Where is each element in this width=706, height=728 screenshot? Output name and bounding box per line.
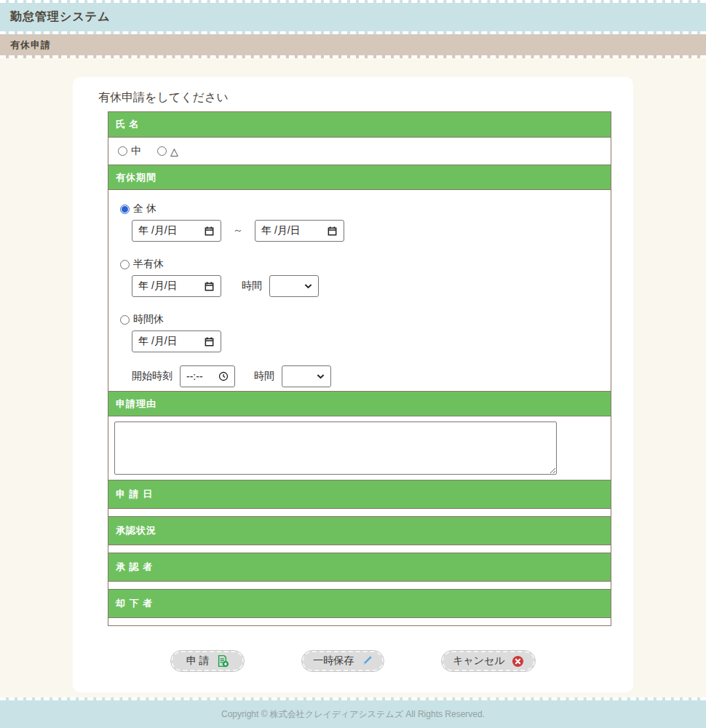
section-header-approver: 承 認 者 — [108, 553, 611, 581]
app-title: 勤怠管理システム — [10, 9, 111, 25]
application-form-table: 氏 名 中 △ 有休期間 全 休 — [108, 111, 611, 626]
name-radio-1[interactable] — [118, 146, 127, 156]
approver-value-row — [108, 581, 611, 589]
half-day-inputs: 年 /月/日 時間 — [132, 275, 611, 297]
copyright-text: Copyright © 株式会社クレイディアシステムズ All Rights R… — [221, 708, 485, 721]
full-day-label: 全 休 — [133, 202, 156, 215]
page-title: 有休申請 — [10, 39, 51, 52]
breadcrumb: 有休申請 — [0, 34, 706, 58]
name-row: 中 △ — [108, 137, 611, 165]
calendar-icon[interactable] — [204, 336, 215, 347]
save-draft-button-label: 一時保存 — [313, 654, 354, 668]
application-card: 有休申請をしてください 氏 名 中 △ 有休期間 全 — [73, 77, 633, 692]
full-day-inputs: 年 /月/日 ～ 年 /月/日 — [132, 220, 611, 242]
name-option-1-label: 中 — [131, 145, 141, 158]
date-placeholder: 年 /月/日 — [138, 280, 178, 293]
section-header-reason: 申請理由 — [108, 391, 611, 416]
start-time-label: 開始時刻 — [132, 370, 172, 383]
approval-status-value-row — [108, 545, 611, 553]
name-option-2-label: △ — [170, 146, 178, 157]
reason-textarea[interactable] — [114, 422, 557, 475]
name-option-1[interactable]: 中 — [118, 145, 141, 158]
name-radio-2[interactable] — [157, 146, 167, 156]
full-day-radio[interactable] — [120, 205, 130, 214]
hourly-radio[interactable] — [120, 315, 130, 325]
date-range-separator: ～ — [233, 224, 243, 237]
cancel-circle-icon — [512, 655, 524, 668]
calendar-icon[interactable] — [204, 226, 215, 237]
section-header-period: 有休期間 — [108, 165, 611, 189]
time-placeholder: --:-- — [186, 371, 203, 382]
app-header: 勤怠管理システム — [0, 0, 706, 34]
pencil-icon — [360, 655, 373, 668]
section-header-rejecter: 却 下 者 — [108, 589, 611, 617]
chevron-down-icon — [304, 283, 312, 289]
reason-cell — [108, 416, 611, 480]
form-heading: 有休申請をしてください — [98, 90, 633, 106]
half-day-hours-label: 時間 — [242, 280, 262, 293]
full-day-end-date-input[interactable]: 年 /月/日 — [255, 220, 344, 242]
full-day-option[interactable]: 全 休 — [120, 202, 611, 215]
submit-button-label: 申 請 — [186, 654, 210, 668]
hourly-time-inputs: 開始時刻 --:-- 時間 — [132, 365, 611, 387]
apply-date-value-row — [108, 508, 611, 516]
hourly-label: 時間休 — [133, 313, 164, 326]
document-add-icon — [216, 654, 229, 668]
clock-icon[interactable] — [218, 371, 229, 381]
start-time-input[interactable]: --:-- — [180, 365, 235, 387]
full-day-start-date-input[interactable]: 年 /月/日 — [132, 220, 221, 242]
date-placeholder: 年 /月/日 — [138, 335, 178, 348]
date-placeholder: 年 /月/日 — [138, 224, 178, 237]
cancel-button-label: キャンセル — [453, 654, 505, 668]
hourly-date-input[interactable]: 年 /月/日 — [132, 331, 221, 352]
date-placeholder: 年 /月/日 — [261, 224, 301, 237]
section-header-name: 氏 名 — [108, 112, 611, 137]
submit-button[interactable]: 申 請 — [171, 651, 244, 671]
save-draft-button[interactable]: 一時保存 — [302, 651, 384, 671]
name-option-2[interactable]: △ — [157, 146, 178, 157]
rejecter-value-row — [108, 617, 611, 625]
section-header-apply-date: 申 請 日 — [108, 480, 611, 508]
half-day-hours-select[interactable] — [269, 275, 319, 297]
action-buttons: 申 請 一時保存 — [73, 651, 633, 671]
chevron-down-icon — [317, 373, 325, 379]
hourly-hours-select[interactable] — [282, 365, 331, 387]
period-cell: 全 休 年 /月/日 ～ 年 /月/日 — [108, 189, 611, 391]
half-day-date-input[interactable]: 年 /月/日 — [132, 275, 221, 297]
section-header-approval-status: 承認状況 — [108, 516, 611, 545]
half-day-option[interactable]: 半有休 — [120, 258, 611, 271]
cancel-button[interactable]: キャンセル — [442, 651, 535, 671]
half-day-label: 半有休 — [133, 258, 164, 271]
page-footer: Copyright © 株式会社クレイディアシステムズ All Rights R… — [0, 697, 706, 728]
main-content: 有休申請をしてください 氏 名 中 △ 有休期間 全 — [0, 77, 706, 716]
calendar-icon[interactable] — [327, 226, 338, 237]
hourly-hours-label: 時間 — [254, 370, 274, 383]
hourly-option[interactable]: 時間休 — [120, 313, 611, 326]
hourly-date-inputs: 年 /月/日 — [132, 331, 611, 352]
half-day-radio[interactable] — [120, 260, 130, 269]
calendar-icon[interactable] — [204, 281, 215, 292]
